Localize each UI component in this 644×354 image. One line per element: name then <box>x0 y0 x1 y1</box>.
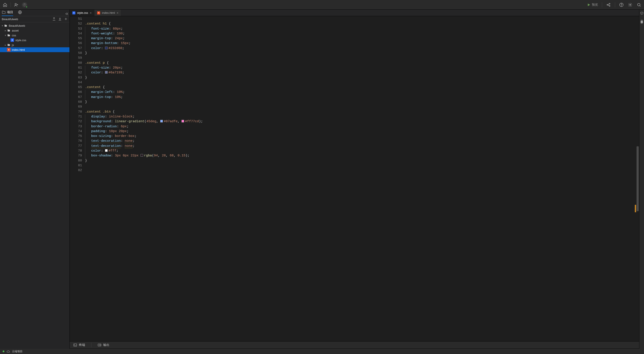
avatar[interactable] <box>22 2 28 8</box>
close-icon[interactable]: × <box>116 11 118 15</box>
tree-indexhtml[interactable]: 5 index.html <box>0 47 70 52</box>
close-icon[interactable]: × <box>90 11 92 15</box>
status-cloud-project: 云端项目 <box>12 350 22 353</box>
cloud-icon <box>6 350 10 353</box>
sidebar-tab-project[interactable]: 项目 <box>2 10 13 16</box>
svg-point-6 <box>621 5 622 6</box>
tab-stylecss[interactable]: 3 style.css × <box>70 10 94 16</box>
help-icon[interactable] <box>619 2 624 7</box>
tree-css-label: css <box>12 34 16 37</box>
home-icon[interactable] <box>3 2 8 7</box>
tree-asset-label: asset <box>12 29 19 32</box>
scroll-thumb[interactable] <box>636 146 639 211</box>
tree-root[interactable]: ▾ Beautifulweb <box>0 23 70 28</box>
sidebar-tabs: 项目 <box>0 10 70 16</box>
tree-js[interactable]: ▸ js <box>0 42 70 47</box>
preview-button[interactable]: 预览 <box>587 3 598 7</box>
settings-icon[interactable] <box>628 2 632 7</box>
tab-indexhtml-label: index.html <box>102 11 115 14</box>
editor-area: 3 style.css × 5 index.html × 51525354555… <box>70 10 644 349</box>
svg-point-1 <box>24 4 25 5</box>
line-gutter: 5152535455565758596061626364656667686970… <box>70 16 85 341</box>
divider <box>91 343 92 347</box>
add-icon[interactable] <box>64 17 68 21</box>
css-file-icon: 3 <box>72 11 76 14</box>
editor-tabbar: 3 style.css × 5 index.html × <box>70 10 639 16</box>
tree-stylecss-label: style.css <box>15 38 26 42</box>
panel-output-label: 输出 <box>103 343 110 347</box>
right-rail-cloud-service[interactable]: 云端服务 <box>640 18 644 19</box>
divider <box>602 2 602 7</box>
tree-stylecss[interactable]: 3 style.css <box>0 38 70 42</box>
svg-point-0 <box>15 3 16 5</box>
preview-label: 预览 <box>592 3 598 7</box>
panel-bar: 终端 输出 <box>70 341 639 349</box>
tree-root-label: Beautifulweb <box>9 24 25 27</box>
divider <box>10 2 11 7</box>
sidebar-header: Beautifulweb <box>0 16 70 22</box>
divider <box>615 2 615 7</box>
tree-asset[interactable]: ▸ asset <box>0 28 70 33</box>
add-user-icon[interactable] <box>14 2 19 7</box>
sidebar: 项目 Beautifulweb ▾ Beautifulweb ▸ <box>0 10 70 349</box>
svg-rect-10 <box>74 344 77 346</box>
status-online-dot <box>3 351 4 352</box>
title-bar: 预览 <box>0 0 644 10</box>
tree-css[interactable]: ▾ css <box>0 33 70 38</box>
file-tree: ▾ Beautifulweb ▸ asset ▾ css 3 style.css… <box>0 22 70 349</box>
status-bar: 云端项目 <box>0 349 644 354</box>
download-icon[interactable] <box>58 17 62 21</box>
tree-indexhtml-label: index.html <box>12 48 25 51</box>
tab-indexhtml[interactable]: 5 index.html × <box>94 10 121 16</box>
editor-body[interactable]: 5152535455565758596061626364656667686970… <box>70 16 639 341</box>
cube-icon[interactable] <box>640 11 644 15</box>
panel-output[interactable]: 输出 <box>98 343 110 347</box>
svg-point-7 <box>630 4 631 5</box>
project-name: Beautifulweb <box>2 17 52 21</box>
tab-stylecss-label: style.css <box>77 11 88 14</box>
panel-terminal[interactable]: 终端 <box>73 343 85 347</box>
search-icon[interactable] <box>636 2 641 7</box>
code-content[interactable]: .content h1 { font-size: 60px; font-weig… <box>85 16 636 341</box>
panel-terminal-label: 终端 <box>79 343 85 347</box>
sidebar-tab-web[interactable] <box>18 10 22 16</box>
collapse-sidebar-icon[interactable] <box>65 12 69 16</box>
sidebar-tab-project-label: 项目 <box>7 10 13 14</box>
share-icon[interactable] <box>606 2 611 7</box>
svg-point-8 <box>638 3 640 6</box>
html-file-icon: 5 <box>97 11 100 14</box>
vertical-scrollbar[interactable] <box>636 16 639 341</box>
upload-icon[interactable] <box>52 17 56 21</box>
right-rail: 云端服务 <box>639 10 644 349</box>
status-online-dot <box>26 6 28 8</box>
tree-js-label: js <box>12 43 14 47</box>
